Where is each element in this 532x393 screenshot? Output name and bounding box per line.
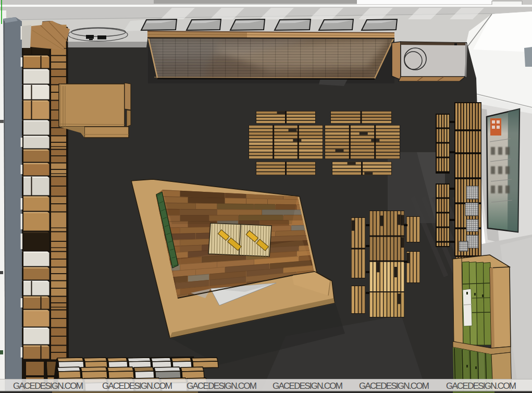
svg-text:GACEDESIGN.COM: GACEDESIGN.COM bbox=[187, 381, 257, 391]
svg-text:GACEDESIGN.COM: GACEDESIGN.COM bbox=[102, 381, 172, 391]
svg-text:GACEDESIGN.COM: GACEDESIGN.COM bbox=[446, 381, 516, 391]
svg-text:GACEDESIGN.COM: GACEDESIGN.COM bbox=[359, 381, 429, 391]
svg-text:GACEDESIGN.COM: GACEDESIGN.COM bbox=[13, 381, 83, 391]
svg-text:GACEDESIGN.COM: GACEDESIGN.COM bbox=[273, 381, 343, 391]
